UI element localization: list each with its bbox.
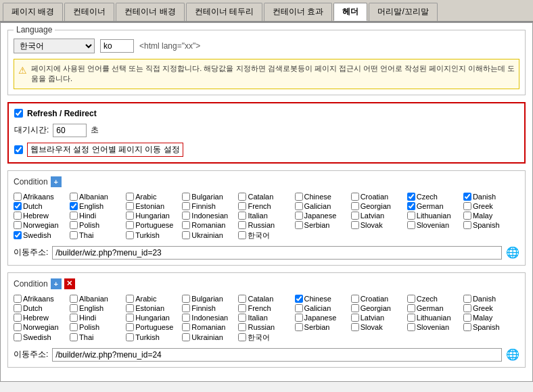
lang-checkbox-swedish[interactable] bbox=[14, 333, 22, 341]
lang-checkbox-dutch[interactable] bbox=[14, 304, 22, 312]
lang-checkbox-japanese[interactable] bbox=[295, 314, 303, 322]
lang-checkbox-swedish[interactable] bbox=[14, 231, 22, 239]
lang-checkbox-german[interactable] bbox=[407, 202, 415, 210]
lang-checkbox-estonian[interactable] bbox=[126, 202, 134, 210]
lang-checkbox-croatian[interactable] bbox=[351, 295, 359, 303]
lang-checkbox-russian[interactable] bbox=[238, 323, 246, 331]
tab-header[interactable]: 헤더 bbox=[333, 3, 367, 21]
condition1-url-input[interactable] bbox=[52, 246, 502, 260]
lang-checkbox-latvian[interactable] bbox=[351, 212, 359, 220]
lang-checkbox-arabic[interactable] bbox=[126, 295, 134, 303]
lang-checkbox-danish[interactable] bbox=[463, 295, 471, 303]
tab-page-bg[interactable]: 페이지 배경 bbox=[3, 3, 63, 21]
condition2-globe-icon[interactable]: 🌐 bbox=[506, 348, 519, 361]
lang-checkbox-russian[interactable] bbox=[238, 221, 246, 229]
lang-checkbox-norwegian[interactable] bbox=[14, 323, 22, 331]
lang-checkbox-malay[interactable] bbox=[463, 314, 471, 322]
lang-checkbox-malay[interactable] bbox=[463, 212, 471, 220]
lang-checkbox-galician[interactable] bbox=[295, 304, 303, 312]
lang-checkbox-spanish[interactable] bbox=[463, 221, 471, 229]
lang-checkbox-slovak[interactable] bbox=[351, 221, 359, 229]
lang-checkbox-albanian[interactable] bbox=[70, 193, 78, 201]
lang-checkbox-japanese[interactable] bbox=[295, 212, 303, 220]
lang-checkbox-thai[interactable] bbox=[70, 333, 78, 341]
lang-checkbox-german[interactable] bbox=[407, 304, 415, 312]
lang-checkbox-한국어[interactable] bbox=[238, 231, 246, 239]
lang-checkbox-greek[interactable] bbox=[463, 202, 471, 210]
lang-checkbox-polish[interactable] bbox=[70, 221, 78, 229]
lang-checkbox-ukrainian[interactable] bbox=[182, 231, 190, 239]
lang-checkbox-croatian[interactable] bbox=[351, 193, 359, 201]
lang-checkbox-spanish[interactable] bbox=[463, 323, 471, 331]
lang-checkbox-french[interactable] bbox=[238, 202, 246, 210]
lang-checkbox-serbian[interactable] bbox=[295, 323, 303, 331]
lang-checkbox-galician[interactable] bbox=[295, 202, 303, 210]
lang-checkbox-hebrew[interactable] bbox=[14, 314, 22, 322]
lang-checkbox-italian[interactable] bbox=[238, 314, 246, 322]
lang-checkbox-turkish[interactable] bbox=[126, 231, 134, 239]
lang-checkbox-hindi[interactable] bbox=[70, 314, 78, 322]
tab-footer[interactable]: 머리말/꼬리말 bbox=[369, 3, 437, 21]
lang-checkbox-estonian[interactable] bbox=[126, 304, 134, 312]
lang-checkbox-lithuanian[interactable] bbox=[407, 314, 415, 322]
lang-checkbox-danish[interactable] bbox=[463, 193, 471, 201]
lang-checkbox-catalan[interactable] bbox=[238, 295, 246, 303]
lang-checkbox-finnish[interactable] bbox=[182, 202, 190, 210]
browser-lang-checkbox[interactable] bbox=[14, 145, 23, 154]
lang-checkbox-indonesian[interactable] bbox=[182, 314, 190, 322]
tab-container[interactable]: 컨테이너 bbox=[64, 3, 114, 21]
language-select[interactable]: 한국어 English bbox=[14, 39, 95, 53]
lang-checkbox-slovak[interactable] bbox=[351, 323, 359, 331]
lang-checkbox-georgian[interactable] bbox=[351, 304, 359, 312]
lang-checkbox-romanian[interactable] bbox=[182, 323, 190, 331]
lang-checkbox-latvian[interactable] bbox=[351, 314, 359, 322]
lang-checkbox-czech[interactable] bbox=[407, 193, 415, 201]
condition1-add-button[interactable]: + bbox=[51, 176, 62, 187]
lang-checkbox-afrikaans[interactable] bbox=[14, 193, 22, 201]
lang-checkbox-czech[interactable] bbox=[407, 295, 415, 303]
lang-checkbox-turkish[interactable] bbox=[126, 333, 134, 341]
lang-checkbox-romanian[interactable] bbox=[182, 221, 190, 229]
lang-checkbox-italian[interactable] bbox=[238, 212, 246, 220]
condition1-globe-icon[interactable]: 🌐 bbox=[506, 246, 519, 259]
lang-checkbox-english[interactable] bbox=[70, 202, 78, 210]
lang-checkbox-lithuanian[interactable] bbox=[407, 212, 415, 220]
lang-checkbox-hungarian[interactable] bbox=[126, 212, 134, 220]
lang-checkbox-hebrew[interactable] bbox=[14, 212, 22, 220]
lang-checkbox-slovenian[interactable] bbox=[407, 221, 415, 229]
lang-checkbox-slovenian[interactable] bbox=[407, 323, 415, 331]
lang-checkbox-hungarian[interactable] bbox=[126, 314, 134, 322]
lang-checkbox-한국어[interactable] bbox=[238, 333, 246, 341]
condition2-add-button[interactable]: + bbox=[51, 278, 62, 289]
lang-checkbox-portuguese[interactable] bbox=[126, 323, 134, 331]
lang-checkbox-french[interactable] bbox=[238, 304, 246, 312]
tab-container-effect[interactable]: 컨테이너 효과 bbox=[264, 3, 332, 21]
lang-checkbox-afrikaans[interactable] bbox=[14, 295, 22, 303]
lang-checkbox-greek[interactable] bbox=[463, 304, 471, 312]
lang-checkbox-albanian[interactable] bbox=[70, 295, 78, 303]
lang-checkbox-arabic[interactable] bbox=[126, 193, 134, 201]
lang-checkbox-chinese[interactable] bbox=[295, 193, 303, 201]
lang-checkbox-english[interactable] bbox=[70, 304, 78, 312]
tab-container-border[interactable]: 컨테이너 테두리 bbox=[186, 3, 262, 21]
language-code-input[interactable] bbox=[100, 39, 134, 53]
lang-checkbox-finnish[interactable] bbox=[182, 304, 190, 312]
refresh-checkbox[interactable] bbox=[14, 109, 23, 118]
wait-input[interactable] bbox=[53, 124, 87, 137]
lang-checkbox-chinese[interactable] bbox=[295, 295, 303, 303]
lang-checkbox-bulgarian[interactable] bbox=[182, 193, 190, 201]
lang-checkbox-thai[interactable] bbox=[70, 231, 78, 239]
lang-checkbox-catalan[interactable] bbox=[238, 193, 246, 201]
lang-checkbox-serbian[interactable] bbox=[295, 221, 303, 229]
lang-checkbox-dutch[interactable] bbox=[14, 202, 22, 210]
lang-checkbox-polish[interactable] bbox=[70, 323, 78, 331]
lang-checkbox-georgian[interactable] bbox=[351, 202, 359, 210]
condition2-url-input[interactable] bbox=[52, 348, 502, 362]
lang-checkbox-indonesian[interactable] bbox=[182, 212, 190, 220]
lang-checkbox-hindi[interactable] bbox=[70, 212, 78, 220]
lang-checkbox-ukrainian[interactable] bbox=[182, 333, 190, 341]
condition2-remove-button[interactable]: ✕ bbox=[64, 278, 75, 289]
lang-checkbox-bulgarian[interactable] bbox=[182, 295, 190, 303]
lang-checkbox-portuguese[interactable] bbox=[126, 221, 134, 229]
lang-checkbox-norwegian[interactable] bbox=[14, 221, 22, 229]
